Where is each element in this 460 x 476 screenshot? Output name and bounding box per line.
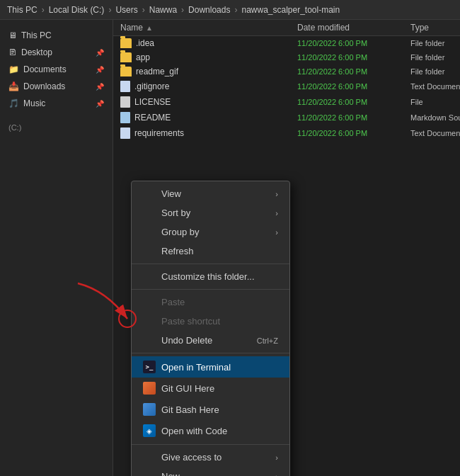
menu-item-label: Give access to [161, 452, 222, 463]
col-name[interactable]: Name ▲ [120, 23, 297, 33]
menu-item-undo_delete[interactable]: Undo Delete Ctrl+Z [132, 331, 289, 350]
menu-separator [132, 444, 289, 445]
breadcrumb-part[interactable]: Local Disk (C:) [49, 5, 105, 15]
menu-item-paste: Paste [132, 293, 289, 312]
context-menu: View › Sort by › Group by › Refresh Cust… [131, 181, 290, 476]
table-row[interactable]: .gitignore 11/20/2022 6:00 PM Text Docum… [113, 79, 460, 94]
local-disk-label: (C:) [0, 123, 113, 132]
menu-item-label: Git GUI Here [161, 383, 214, 394]
menu-item-new[interactable]: New › [132, 467, 289, 476]
file-name: LICENSE [120, 96, 297, 108]
file-date: 11/20/2022 6:00 PM [297, 82, 410, 91]
vscode-icon: ◈ [143, 424, 156, 437]
file-name: app [120, 52, 297, 62]
breadcrumb-part[interactable]: Downloads [188, 5, 230, 15]
desktop-icon: 🖹 [8, 47, 17, 57]
file-type: Text Document [410, 82, 460, 91]
column-headers: Name ▲ Date modified Type Size [113, 20, 460, 36]
sort-arrow-icon: ▲ [146, 24, 153, 32]
document-icon [120, 128, 130, 139]
menu-item-label: View [161, 188, 181, 199]
file-type: File folder [410, 39, 460, 47]
file-type: Markdown Source... [410, 113, 460, 122]
menu-item-label: Customize this folder... [161, 271, 255, 282]
file-type: File folder [410, 53, 460, 62]
file-name: .gitignore [120, 81, 297, 92]
file-date: 11/20/2022 6:00 PM [297, 98, 410, 106]
pin-icon: 📌 [96, 49, 104, 57]
menu-item-label: New [161, 471, 180, 476]
git-gui-icon [143, 382, 156, 395]
menu-item-label: Paste [161, 297, 185, 307]
breadcrumb-part[interactable]: Users [115, 5, 137, 15]
file-name: requirements [120, 128, 297, 139]
submenu-arrow-icon: › [275, 228, 278, 237]
file-icon [120, 96, 130, 108]
breadcrumb-part[interactable]: Nawwa [149, 5, 177, 15]
file-date: 11/20/2022 6:00 PM [297, 113, 410, 122]
pin-icon: 📌 [96, 100, 104, 108]
menu-item-git_bash[interactable]: Git Bash Here [132, 399, 289, 420]
menu-separator [132, 353, 289, 353]
submenu-arrow-icon: › [275, 453, 278, 462]
menu-item-label: Open with Code [161, 426, 227, 436]
breadcrumb-part[interactable]: nawwa_scalper_tool-main [241, 5, 340, 15]
file-type: File folder [410, 67, 460, 76]
menu-item-label: Git Bash Here [161, 404, 219, 415]
menu-item-refresh[interactable]: Refresh [132, 242, 289, 261]
terminal-icon: >_ [143, 361, 156, 373]
menu-item-customize[interactable]: Customize this folder... [132, 267, 289, 286]
downloads-icon: 📥 [8, 81, 19, 91]
file-type: File [410, 98, 460, 106]
git-bash-icon [143, 403, 156, 416]
breadcrumb: This PC › Local Disk (C:) › Users › Naww… [0, 0, 460, 20]
breadcrumb-part[interactable]: This PC [7, 5, 38, 15]
menu-item-label: Group by [161, 227, 199, 237]
file-name: .idea [120, 38, 297, 48]
menu-item-label: Open in Terminal [161, 362, 231, 373]
file-name: readme_gif [120, 67, 297, 76]
sidebar-item-downloads[interactable]: 📥 Downloads 📌 [0, 78, 113, 95]
folder-icon [120, 38, 132, 48]
menu-item-open_terminal[interactable]: >_ Open in Terminal [132, 356, 289, 378]
table-row[interactable]: .idea 11/20/2022 6:00 PM File folder [113, 36, 460, 50]
menu-shortcut: Ctrl+Z [257, 336, 278, 345]
computer-icon: 🖥 [8, 30, 17, 40]
col-date[interactable]: Date modified [297, 23, 410, 33]
menu-item-label: Paste shortcut [161, 316, 220, 327]
document-icon [120, 81, 130, 92]
table-row[interactable]: LICENSE 11/20/2022 6:00 PM File 2 K [113, 94, 460, 110]
table-row[interactable]: requirements 11/20/2022 6:00 PM Text Doc… [113, 125, 460, 141]
music-icon: 🎵 [8, 98, 19, 108]
file-date: 11/20/2022 6:00 PM [297, 39, 410, 47]
sidebar-item-documents[interactable]: 📁 Documents 📌 [0, 61, 113, 78]
col-type[interactable]: Type [410, 23, 460, 33]
table-row[interactable]: readme_gif 11/20/2022 6:00 PM File folde… [113, 64, 460, 79]
sidebar: 🖥 This PC 🖹 Desktop 📌 📁 Documents 📌 📥 Do… [0, 20, 113, 476]
submenu-arrow-icon: › [275, 190, 278, 198]
sidebar-item-music[interactable]: 🎵 Music 📌 [0, 95, 113, 112]
menu-item-git_gui[interactable]: Git GUI Here [132, 378, 289, 399]
pin-icon: 📌 [96, 83, 104, 91]
submenu-arrow-icon: › [275, 209, 278, 217]
sidebar-item-thispc[interactable]: 🖥 This PC [0, 27, 113, 44]
menu-item-group_by[interactable]: Group by › [132, 222, 289, 242]
documents-icon: 📁 [8, 64, 19, 74]
menu-item-paste_shortcut: Paste shortcut [132, 312, 289, 331]
file-date: 11/20/2022 6:00 PM [297, 53, 410, 62]
table-row[interactable]: README 11/20/2022 6:00 PM Markdown Sourc… [113, 110, 460, 125]
folder-icon [120, 52, 132, 62]
menu-item-open_vscode[interactable]: ◈ Open with Code [132, 420, 289, 441]
sidebar-item-desktop[interactable]: 🖹 Desktop 📌 [0, 44, 113, 61]
menu-item-view[interactable]: View › [132, 184, 289, 203]
menu-item-label: Undo Delete [161, 335, 212, 346]
submenu-arrow-icon: › [275, 472, 278, 477]
menu-item-sort_by[interactable]: Sort by › [132, 203, 289, 222]
pin-icon: 📌 [96, 66, 104, 74]
menu-item-give_access[interactable]: Give access to › [132, 448, 289, 467]
file-date: 11/20/2022 6:00 PM [297, 129, 410, 137]
table-row[interactable]: app 11/20/2022 6:00 PM File folder [113, 50, 460, 64]
file-date: 11/20/2022 6:00 PM [297, 67, 410, 76]
file-name: README [120, 112, 297, 123]
folder-icon [120, 67, 132, 76]
